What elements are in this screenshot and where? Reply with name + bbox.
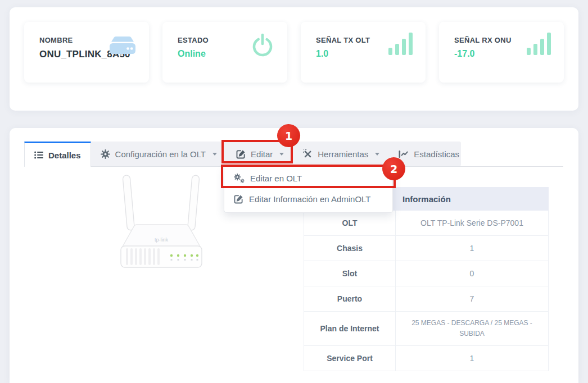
list-icon bbox=[34, 151, 43, 159]
tools-icon bbox=[303, 149, 313, 159]
tab-configuracion-en-la-olt[interactable]: Configuración en la OLT bbox=[91, 142, 227, 166]
tab-editar[interactable]: Editar bbox=[227, 142, 293, 166]
stat-card-senal-tx-olt: SEÑAL TX OLT 1.0 bbox=[301, 22, 426, 83]
row-value: 0 bbox=[396, 261, 549, 286]
table-row-olt: OLT OLT TP-Link Serie DS-P7001 bbox=[304, 211, 549, 236]
table-row-plan-de-internet: Plan de Internet 25 MEGAS - DESCARGA / 2… bbox=[304, 312, 549, 346]
app: NOMBRE ONU_TPLINK_8A50 ESTADO Online bbox=[0, 0, 588, 383]
row-label: OLT bbox=[304, 211, 396, 236]
table-row-puerto: Puerto 7 bbox=[304, 286, 549, 312]
chevron-down-icon bbox=[279, 153, 284, 156]
stat-card-nombre: NOMBRE ONU_TPLINK_8A50 bbox=[24, 22, 149, 83]
antenna bbox=[123, 175, 200, 231]
tab-bar: Detalles bbox=[24, 142, 461, 166]
stat-label: NOMBRE bbox=[39, 36, 73, 44]
dropdown-item-editar-informacion-adminolt[interactable]: Editar Información en AdminOLT bbox=[224, 189, 392, 209]
table-row-slot: Slot 0 bbox=[304, 261, 549, 286]
stat-label: SEÑAL RX ONU bbox=[454, 36, 512, 44]
row-label: Service Port bbox=[304, 346, 396, 371]
row-label: Plan de Internet bbox=[304, 312, 396, 346]
signal-bars-icon bbox=[388, 32, 413, 56]
row-value: 1 bbox=[396, 236, 549, 261]
dropdown-item-editar-en-olt[interactable]: Editar en OLT bbox=[224, 168, 392, 189]
edit-square-icon bbox=[234, 194, 243, 204]
header-cell-informacion: Información bbox=[396, 188, 549, 211]
chevron-down-icon bbox=[375, 153, 379, 156]
row-value: OLT TP-Link Serie DS-P7001 bbox=[396, 211, 549, 236]
chevron-down-icon bbox=[212, 153, 217, 156]
row-label: Puerto bbox=[304, 286, 396, 312]
chart-line-icon bbox=[399, 150, 409, 158]
gear-icon bbox=[101, 149, 110, 159]
tp-link-logo: tp-link bbox=[155, 237, 169, 243]
tab-label: Editar bbox=[251, 149, 273, 159]
stat-label: SEÑAL TX OLT bbox=[316, 36, 370, 44]
tab-label: Estadísticas bbox=[414, 149, 459, 159]
stat-value: 1.0 bbox=[316, 49, 328, 59]
stat-value: -17.0 bbox=[454, 49, 474, 59]
row-value: 1 bbox=[396, 346, 549, 371]
onu-product-image: tp-link bbox=[116, 173, 206, 271]
info-table: Información OLT OLT TP-Link Serie DS-P70… bbox=[304, 187, 549, 371]
power-icon bbox=[250, 32, 275, 58]
cogs-icon bbox=[234, 174, 245, 183]
row-value: 25 MEGAS - DESCARGA / 25 MEGAS - SUBIDA bbox=[396, 312, 549, 346]
tab-detalles[interactable]: Detalles bbox=[24, 142, 91, 167]
summary-panel: NOMBRE ONU_TPLINK_8A50 ESTADO Online bbox=[10, 7, 578, 111]
tab-label: Configuración en la OLT bbox=[115, 149, 206, 159]
stat-card-estado: ESTADO Online bbox=[162, 22, 287, 83]
stat-label: ESTADO bbox=[178, 36, 209, 44]
tab-estadisticas[interactable]: Estadísticas bbox=[389, 142, 469, 166]
main-panel: Detalles bbox=[10, 128, 578, 383]
edit-icon bbox=[236, 149, 246, 159]
dropdown-item-label: Editar en OLT bbox=[250, 174, 302, 183]
signal-bars-icon bbox=[527, 32, 551, 56]
stat-card-senal-rx-onu: SEÑAL RX ONU -17.0 bbox=[439, 22, 564, 83]
tab-label: Detalles bbox=[48, 151, 81, 160]
table-row-chasis: Chasis 1 bbox=[304, 236, 549, 261]
row-value: 7 bbox=[396, 286, 549, 312]
row-label: Slot bbox=[304, 261, 396, 286]
row-label: Chasis bbox=[304, 236, 396, 261]
stat-value: Online bbox=[178, 49, 206, 59]
router-icon bbox=[108, 37, 137, 57]
editar-dropdown-menu: Editar en OLT Editar Información en Admi… bbox=[224, 166, 393, 213]
tab-label: Herramientas bbox=[318, 149, 368, 159]
tab-herramientas[interactable]: Herramientas bbox=[293, 142, 389, 166]
table-row-service-port: Service Port 1 bbox=[304, 346, 549, 371]
dropdown-item-label: Editar Información en AdminOLT bbox=[249, 194, 371, 204]
